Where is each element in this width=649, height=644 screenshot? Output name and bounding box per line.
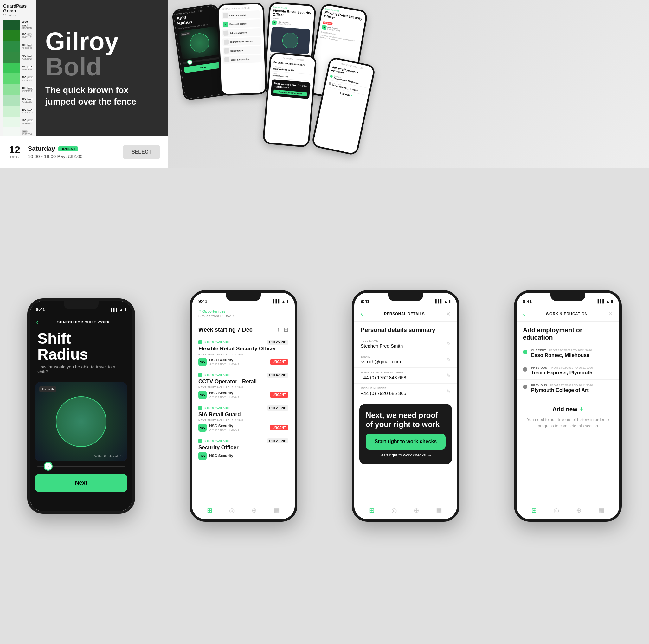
edu-entry: PREVIOUS FROM 14/02/2019 TO 20/11/2020 P… [517, 380, 619, 397]
swatch-row: 1000 AAA #195B2B [3, 19, 35, 31]
shifts-label: SHIFTS AVAILABLE [204, 340, 230, 344]
sort-icon[interactable]: ↕ [277, 326, 280, 333]
swatch-hex: #24811F [21, 36, 32, 39]
job-card[interactable]: SHIFTS AVAILABLE £10.25 P/H Flexible Ret… [192, 336, 295, 369]
swatch-badge: AAA [27, 98, 33, 100]
pay-badge: £10.21 P/H [267, 439, 288, 444]
jobs-distance: 6 miles from PL35AB [199, 314, 288, 318]
swatch-info: 600 AAA #3BC858 [19, 65, 33, 71]
wifi-icon-1: ▲ [120, 308, 123, 311]
field-edit-icon[interactable]: ✎ [446, 388, 450, 395]
field-edit-icon[interactable]: ✎ [446, 357, 450, 363]
field-value: +44 (0) 1752 843 658 [361, 375, 406, 380]
company-name: HSC Security [209, 454, 233, 458]
personal-back-icon[interactable]: ‹ [361, 310, 363, 318]
rtw-button[interactable]: Start right to work checks [366, 434, 445, 450]
work-edu-screen: ‹ WORK & EDUCATION ✕ Add employment or e… [517, 307, 619, 503]
swatch-hex: #5FD973 [21, 79, 33, 82]
field-edit-icon[interactable]: ✎ [446, 372, 450, 378]
nav-briefcase-icon-4[interactable]: ▦ [598, 507, 604, 514]
company-distance: 2 miles from PL35AB [209, 395, 239, 399]
battery-icon-2: ▮ [287, 300, 288, 304]
swatch-color [3, 95, 19, 106]
swatch-color [3, 84, 19, 95]
swatch-info: 900 AA #24811F [19, 33, 32, 39]
swatch-hex: #2C8D43 [21, 47, 32, 49]
shifts-label: SHIFTS AVAILABLE [204, 373, 230, 377]
personal-close-icon[interactable]: ✕ [446, 311, 450, 317]
back-icon[interactable]: ‹ [36, 318, 38, 326]
work-edu-section-title: Add employment or education [517, 322, 619, 345]
swatch-badge: AAA [27, 76, 33, 79]
nav-briefcase-icon[interactable]: ▦ [274, 507, 280, 514]
swatch-color [3, 74, 19, 84]
nav-search-icon-4[interactable]: ⊕ [576, 507, 581, 514]
shifts-label: SHIFTS AVAILABLE [204, 406, 230, 410]
job-card[interactable]: SHIFTS AVAILABLE £10.47 P/H CCTV Operato… [192, 369, 295, 402]
personal-field: EMAIL ssmith@gmail.com ✎ [354, 352, 457, 368]
nav-search-icon[interactable]: ⊕ [252, 507, 257, 514]
field-label: HOME TELEPHONE NUMBER [361, 371, 406, 374]
nav-shifts-icon[interactable]: ⊞ [369, 507, 375, 514]
field-edit-icon[interactable]: ✎ [446, 341, 450, 347]
entry-name: Esso Rontec, Milehouse [531, 353, 613, 358]
job-card[interactable]: SHIFTS AVAILABLE £10.21 P/H SIA Retail G… [192, 402, 295, 435]
nav-search-icon-3[interactable]: ⊕ [414, 507, 419, 514]
company-distance: 2 miles from PL35AB [209, 428, 239, 432]
filter-icon[interactable]: ⊞ [284, 326, 288, 333]
radius-slider[interactable]: 6 [37, 466, 125, 467]
status-time-1: 9:41 [36, 307, 45, 312]
nav-person-icon[interactable]: ◎ [229, 507, 234, 514]
work-edu-back-icon[interactable]: ‹ [523, 310, 525, 318]
field-value: +44 (0) 7920 685 365 [361, 390, 406, 396]
gilroy-sample: The quick brown fox jumped over the fenc… [45, 85, 159, 108]
edu-entry: CURRENT FROM 14/02/2019 TO 20/11/2020 Es… [517, 345, 619, 362]
swatch-badge: AAA [27, 109, 33, 111]
nav-person-icon-3[interactable]: ◎ [391, 507, 397, 514]
rtw-link[interactable]: Start right to work checks → [366, 453, 445, 457]
battery-icon-4: ▮ [611, 300, 613, 304]
mini-phone-5: PERSONAL DETAILS Personal details summar… [262, 52, 317, 148]
swatch-badge: AAA [27, 65, 33, 68]
add-new-plus-icon[interactable]: + [579, 405, 583, 413]
status-time-4: 9:41 [523, 299, 532, 304]
swatch-info: 200 AAA #CEF1D2 [19, 108, 33, 114]
entry-period: FROM 14/02/2019 TO 20/11/2020 [550, 366, 593, 369]
select-button[interactable]: SELECT [123, 145, 160, 159]
company-info: HSC HSC Security 2 miles from PL35AB [199, 423, 239, 432]
next-button[interactable]: Next [35, 474, 127, 492]
swatch-info: 100 AAA #E8F8EA [19, 119, 33, 125]
nav-person-icon-4[interactable]: ◎ [554, 507, 559, 514]
shifts-badge: SHIFTS AVAILABLE [199, 340, 230, 344]
job-company-row: HSC HSC Security 2 miles from PL35AB URG… [199, 423, 288, 432]
swatch-number: 100 AAA [21, 119, 33, 122]
shift-radius-map: Plymouth Within 6 miles of PL3 [35, 382, 127, 461]
personal-field: HOME TELEPHONE NUMBER +44 (0) 1752 843 6… [354, 368, 457, 383]
nav-home-icon[interactable]: ⊞ [207, 507, 212, 514]
edu-entry: PREVIOUS FROM 14/02/2019 TO 20/11/2020 T… [517, 362, 619, 380]
job-card[interactable]: SHIFTS AVAILABLE £10.21 P/H Security Off… [192, 435, 295, 463]
nav-home-icon-4[interactable]: ⊞ [531, 507, 537, 514]
gilroy-bold: Bold [45, 54, 159, 80]
urgent-badge: URGENT [270, 392, 288, 398]
entry-type: PREVIOUS [531, 366, 547, 369]
swatch-number: 800 AA [21, 43, 32, 47]
company-info: HSC HSC Security [199, 452, 233, 460]
left-panel: GuardPass Green 11 colors 1000 AAA #195B… [0, 0, 168, 168]
personal-field: FULL NAME Stephen Fred Smith ✎ [354, 336, 457, 352]
rtw-arrow-icon: → [428, 453, 432, 457]
swatch-hex: #328B42 [21, 57, 32, 60]
work-edu-close-icon[interactable]: ✕ [608, 311, 613, 317]
job-company-row: HSC HSC Security [199, 452, 288, 460]
shift-radius-screen: ‹ SEARCH FOR SHIFT WORK Shift Radius How… [30, 315, 132, 511]
pay-badge: £10.21 P/H [267, 406, 288, 411]
next-btn-area: Next [30, 471, 132, 498]
phone-personal: 9:41 ▌▌▌ ▲ ▮ ‹ PERSONAL DETAILS ✕ Person… [352, 290, 460, 522]
nav-briefcase-icon-3[interactable]: ▦ [436, 507, 442, 514]
swatch-color [3, 31, 19, 41]
rtw-card: Next, we need proof of your right to wor… [359, 404, 452, 464]
company-info: HSC HSC Security 2 miles from PL35AB [199, 390, 239, 399]
company-name: HSC Security [209, 424, 239, 428]
gilroy-title: Gilroy [45, 29, 159, 54]
slider-thumb[interactable]: 6 [44, 462, 53, 471]
